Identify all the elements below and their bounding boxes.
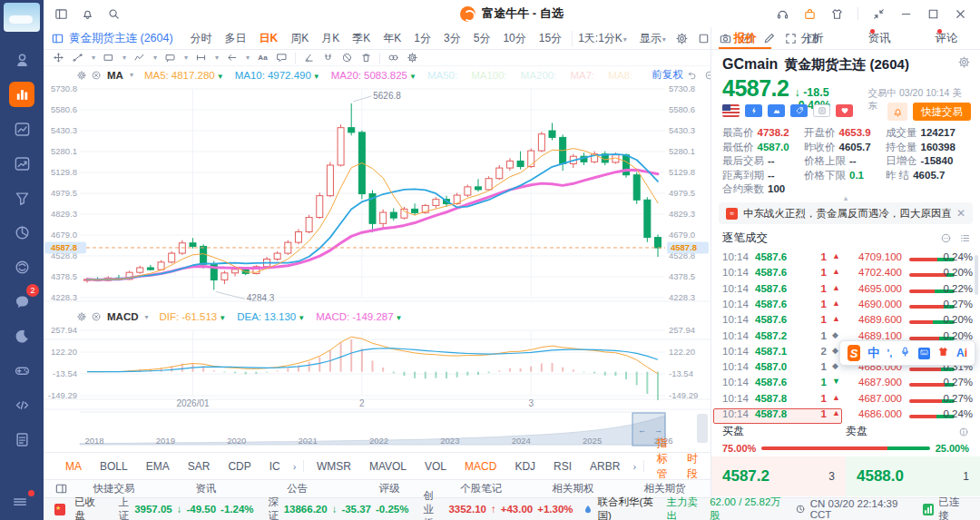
microphone-icon[interactable] xyxy=(899,346,911,360)
angle-tool-icon[interactable] xyxy=(303,52,315,64)
indicator-tab-RSI[interactable]: RSI xyxy=(544,460,581,473)
price-alert-bell-icon[interactable] xyxy=(887,103,907,121)
indicator-name[interactable]: MACD xyxy=(107,311,139,322)
period-tab-多日[interactable]: 多日 xyxy=(219,31,253,46)
period-tab-5分[interactable]: 5分 xyxy=(467,31,497,46)
wave-tool-icon[interactable] xyxy=(133,52,145,64)
comment-tool-icon[interactable] xyxy=(276,52,288,64)
session-link[interactable]: 时段 xyxy=(687,451,698,482)
bottom-tab-快捷交易[interactable]: 快捷交易 xyxy=(68,482,160,495)
news-close-icon[interactable]: ✕ xyxy=(956,207,965,220)
period-tab-月K[interactable]: 月K xyxy=(315,31,346,46)
sidebar-item-code[interactable] xyxy=(9,392,34,417)
ime-ai-button[interactable]: Ai xyxy=(956,347,967,359)
symbol-link[interactable]: 黄金期货主连 (2604) xyxy=(69,31,173,46)
bid-level[interactable]: 4587.2 3 xyxy=(711,456,846,496)
indicator-tab-WMSR[interactable]: WMSR xyxy=(308,460,360,473)
headset-icon[interactable] xyxy=(776,7,789,21)
flash-order-icon[interactable] xyxy=(745,104,762,117)
bag-icon[interactable] xyxy=(803,7,817,21)
box-icon[interactable] xyxy=(697,32,710,45)
magnet-tool-icon[interactable] xyxy=(322,52,334,64)
favorite-heart-icon[interactable] xyxy=(836,104,853,117)
display-menu[interactable]: 显示▾ xyxy=(640,31,666,46)
index-创业板[interactable]: 创业板3352.10↑+43.00+1.30% xyxy=(423,489,573,520)
forward-adjust-link[interactable]: 前复权 xyxy=(652,68,683,82)
trash-tool-icon[interactable] xyxy=(360,52,372,64)
period-tab-日K[interactable]: 日K xyxy=(253,31,285,46)
ime-lang-toggle[interactable]: 中 xyxy=(867,345,879,361)
rect-tool-icon[interactable] xyxy=(103,52,114,64)
sidebar-item-doc[interactable] xyxy=(9,427,34,452)
trade-row[interactable]: 10:144587.81▲4687.0000.27% xyxy=(711,393,980,408)
search-icon[interactable] xyxy=(107,7,121,21)
list-view-icon[interactable] xyxy=(959,232,971,244)
text-tool-icon[interactable]: Aa xyxy=(257,52,269,64)
period-tab-周K[interactable]: 周K xyxy=(284,31,315,46)
trade-row[interactable]: 10:144587.61▼4687.9000.27% xyxy=(711,377,980,392)
collapse-details-chevron-icon[interactable]: ▴ xyxy=(711,193,980,202)
macd-settings-icon[interactable] xyxy=(76,311,87,322)
ime-toolbar[interactable]: S 中 ’, Ai xyxy=(839,340,975,366)
sogou-logo-icon[interactable]: S xyxy=(848,345,860,361)
more-chevron-icon[interactable]: › xyxy=(289,461,300,472)
period-tab-分时[interactable]: 分时 xyxy=(184,31,219,46)
shirt-icon[interactable] xyxy=(830,7,844,21)
trade-row[interactable]: 10:144587.61▲4689.6000.20% xyxy=(711,314,980,329)
trade-row[interactable]: 10:144587.81▲4686.0000.24% xyxy=(711,408,980,424)
trades-scrollbar[interactable] xyxy=(975,255,978,295)
collapse-icon[interactable] xyxy=(872,7,886,21)
trade-row[interactable]: 10:144587.61▲4695.0000.22% xyxy=(711,283,980,299)
ma-settings-icon[interactable] xyxy=(76,70,87,81)
symbol-panel-icon[interactable] xyxy=(51,32,64,45)
indicator-tab-IC[interactable]: IC xyxy=(260,460,289,473)
tab-报价[interactable]: 报价 xyxy=(711,27,779,49)
more-options-icon[interactable] xyxy=(940,232,952,244)
note-icon[interactable] xyxy=(813,104,830,117)
sidebar-item-chart-bars[interactable] xyxy=(9,82,34,107)
period-combo-tab[interactable]: 1天:1分K▾ xyxy=(572,31,632,46)
callout-tool-icon[interactable] xyxy=(164,52,176,64)
info-icon[interactable] xyxy=(958,427,969,437)
trade-row[interactable]: 10:144587.61▲4709.1000.24% xyxy=(711,251,980,267)
indicator-tab-CDP[interactable]: CDP xyxy=(219,460,260,473)
close-icon[interactable] xyxy=(954,7,967,21)
sidebar-item-chart-up[interactable] xyxy=(9,151,34,176)
candlestick-chart[interactable]: 5730.85730.85580.65580.65430.35430.35280… xyxy=(44,83,710,452)
ime-skin-icon[interactable] xyxy=(937,346,949,360)
trade-row[interactable]: 10:144587.61▲4702.4000.20% xyxy=(711,267,980,282)
ask-level[interactable]: 4588.0 1 xyxy=(846,456,980,496)
bottom-tab-公告[interactable]: 公告 xyxy=(251,482,343,495)
news-ticker[interactable]: 中东战火正烈，贵金属反而遇冷，四大原因直击真... ✕ xyxy=(719,202,973,224)
period-tab-15分[interactable]: 15分 xyxy=(533,31,568,46)
ma-close-icon[interactable] xyxy=(91,70,102,81)
interval-tool-icon[interactable] xyxy=(195,52,207,64)
arrow-left-tool-icon[interactable] xyxy=(226,52,238,64)
tab-分析[interactable]: 分析 xyxy=(779,27,846,49)
macd-close-icon[interactable] xyxy=(91,311,102,322)
sidebar-item-funnel[interactable] xyxy=(9,185,34,211)
index-深证[interactable]: 深证13866.20↓-35.37-0.25% xyxy=(269,495,409,520)
sidebar-item-logo-z[interactable] xyxy=(9,254,34,280)
period-tab-年K[interactable]: 年K xyxy=(377,31,407,46)
sidebar-menu-button[interactable] xyxy=(11,493,29,514)
navigator-scroll-thumb[interactable] xyxy=(697,414,708,443)
move-tool-icon[interactable] xyxy=(53,52,64,64)
quote-settings-icon[interactable] xyxy=(957,55,971,69)
period-tab-3分[interactable]: 3分 xyxy=(437,31,467,46)
bottom-tab-评级[interactable]: 评级 xyxy=(343,482,435,495)
layout-icon[interactable] xyxy=(54,7,68,21)
tab-资讯[interactable]: 资讯 xyxy=(846,27,913,49)
quote-settings-gear-icon[interactable] xyxy=(957,55,971,69)
circles-tool-icon[interactable] xyxy=(387,52,399,64)
indicator-tab-MACD[interactable]: MACD xyxy=(456,460,505,473)
indicator-name[interactable]: MA xyxy=(107,70,123,81)
news-headline[interactable]: 中东战火正烈，贵金属反而遇冷，四大原因直击真... xyxy=(743,207,951,221)
sidebar-item-person[interactable] xyxy=(9,47,34,73)
sidebar-item-chat[interactable]: 2 xyxy=(9,289,34,314)
gear-icon[interactable] xyxy=(675,32,689,45)
ban-tool-icon[interactable] xyxy=(341,52,353,64)
sidebar-item-pie[interactable] xyxy=(9,220,34,245)
ime-punct-toggle[interactable]: ’, xyxy=(887,348,892,358)
sidebar-item-gamepad[interactable] xyxy=(9,358,34,383)
